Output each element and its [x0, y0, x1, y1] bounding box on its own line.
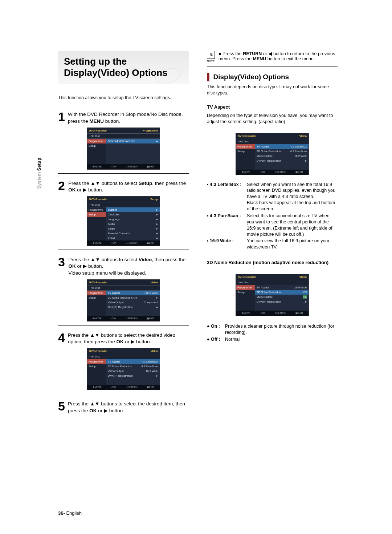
- manual-page: System Setup Setting up the Display(Vide…: [0, 0, 392, 534]
- aspect-definitions: • 4:3 LetterBox :Select when you want to…: [207, 182, 338, 251]
- noise-bullets: ● On :Provides a cleaner picture through…: [207, 323, 338, 343]
- osd-screenshot-noise: DVD-RecorderVideo ◦ No Disc Programme Se…: [236, 274, 309, 316]
- osd-screenshot-1: DVD-RecorderProgramme ◦ No Disc Programm…: [87, 128, 160, 170]
- osd-screenshot-aspect: DVD-RecorderVideo ◦ No Disc Programme Se…: [236, 133, 309, 175]
- columns: Setting up the Display(Video) Options Th…: [58, 51, 352, 424]
- section-tab: System Setup: [36, 158, 42, 189]
- noise-heading: 3D Noise Reduction (motion adaptive nois…: [207, 260, 338, 265]
- left-column: Setting up the Display(Video) Options Th…: [58, 51, 189, 424]
- right-column: ✎ NOTE ■ Press the RETURN or ◀ button to…: [207, 51, 338, 424]
- section-intro: This function depends on disc type. It m…: [207, 84, 338, 96]
- step-number: 1: [58, 110, 65, 124]
- step-text: Press the ▲▼ buttons to select the desir…: [68, 400, 189, 414]
- note-label: NOTE: [207, 60, 215, 62]
- step-4: 4 Press the ▲▼ buttons to select the des…: [58, 331, 189, 345]
- page-footer: 36- English: [58, 510, 82, 516]
- step-text: Press the ▲▼ buttons to select Video, th…: [68, 256, 189, 276]
- step-number: 3: [58, 256, 65, 276]
- tab-gray: System: [36, 171, 42, 189]
- tab-strong: Setup: [36, 158, 42, 171]
- step-5: 5 Press the ▲▼ buttons to select the des…: [58, 400, 189, 414]
- step-text: Press the ▲▼ buttons to select the desir…: [68, 331, 189, 345]
- note: ✎ NOTE ■ Press the RETURN or ◀ button to…: [207, 51, 338, 62]
- osd-screenshot-3: DVD-RecorderVideo ◦ No Disc Programme Se…: [87, 279, 160, 321]
- osd-screenshot-4: DVD-RecorderVideo ◦ No Disc Programme Se…: [87, 348, 160, 390]
- step-number: 2: [58, 179, 65, 193]
- step-text: With the DVD Recorder in Stop mode/No Di…: [68, 110, 189, 124]
- step-number: 5: [58, 400, 65, 414]
- step-1: 1 With the DVD Recorder in Stop mode/No …: [58, 110, 189, 124]
- step-number: 4: [58, 331, 65, 345]
- page-title: Setting up the Display(Video) Options: [58, 51, 189, 84]
- section-heading: ▌Display(Video) Options: [207, 73, 338, 81]
- note-icon-wrap: ✎ NOTE: [207, 51, 215, 62]
- osd-screenshot-2: DVD-RecorderSetup ◦ No Disc Programme Se…: [87, 196, 160, 246]
- note-text: ■ Press the RETURN or ◀ button to return…: [219, 51, 338, 62]
- tv-aspect-heading: TV Aspect: [207, 104, 338, 110]
- step-2: 2 Press the ▲▼ buttons to select Setup, …: [58, 179, 189, 193]
- tv-aspect-desc: Depending on the type of television you …: [207, 113, 338, 125]
- step-3: 3 Press the ▲▼ buttons to select Video, …: [58, 256, 189, 276]
- step-text: Press the ▲▼ buttons to select Setup, th…: [68, 179, 189, 193]
- note-icon: ✎: [207, 51, 215, 59]
- intro-text: This function allows you to setup the TV…: [58, 95, 189, 100]
